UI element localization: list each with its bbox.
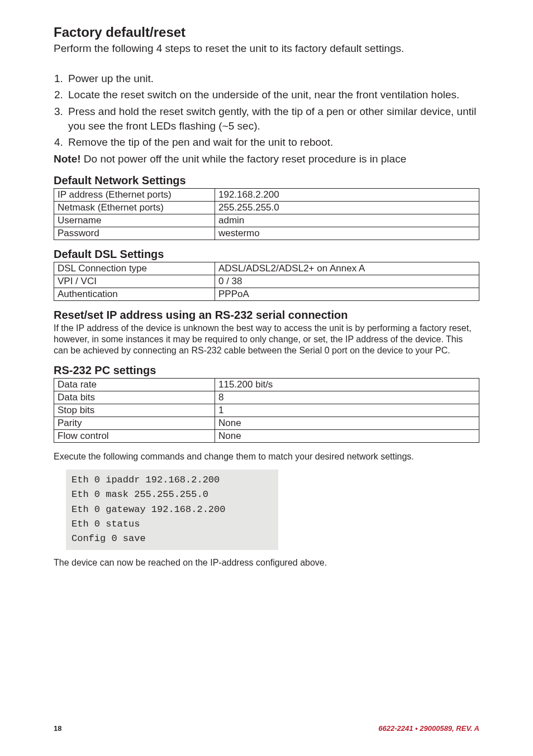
rs232-heading: RS-232 PC settings [54, 364, 479, 377]
note-line: Note! Do not power off the unit while th… [54, 153, 479, 165]
cell-value: 0 / 38 [215, 275, 479, 288]
step-item: Power up the unit. [66, 71, 479, 86]
table-row: Stop bits 1 [54, 404, 479, 417]
table-row: Authentication PPPoA [54, 288, 479, 300]
cell-value: admin [215, 214, 479, 227]
step-item: Locate the reset switch on the underside… [66, 88, 479, 102]
default-dsl-table: DSL Connection type ADSL/ADSL2/ADSL2+ on… [54, 262, 479, 301]
page-footer: 18 6622-2241 • 29000589, REV. A [54, 724, 479, 733]
cell-label: IP address (Ethernet ports) [54, 188, 215, 201]
step-item: Remove the tip of the pen and wait for t… [66, 135, 479, 150]
after-text: The device can now be reached on the IP-… [54, 558, 479, 568]
cell-value: None [215, 417, 479, 429]
cell-label: Username [54, 214, 215, 227]
cell-value: None [215, 429, 479, 442]
cell-value: 255.255.255.0 [215, 201, 479, 214]
cell-label: Netmask (Ethernet ports) [54, 201, 215, 214]
cell-label: Parity [54, 417, 215, 429]
cell-value: PPPoA [215, 288, 479, 300]
steps-list: Power up the unit. Locate the reset swit… [54, 71, 479, 150]
cell-label: Authentication [54, 288, 215, 300]
cell-value: westermo [215, 227, 479, 240]
default-network-heading: Default Network Settings [54, 174, 479, 187]
cell-label: VPI / VCI [54, 275, 215, 288]
cell-value: 8 [215, 391, 479, 404]
table-row: DSL Connection type ADSL/ADSL2/ADSL2+ on… [54, 262, 479, 275]
section-title: Factory default/reset [54, 25, 479, 40]
reset-ip-body: If the IP address of the device is unkno… [54, 323, 479, 356]
cell-label: Flow control [54, 429, 215, 442]
rs232-table: Data rate 115.200 bit/s Data bits 8 Stop… [54, 378, 479, 443]
step-item: Press and hold the reset switch gently, … [66, 104, 479, 133]
table-row: Username admin [54, 214, 479, 227]
table-row: Password westermo [54, 227, 479, 240]
cell-value: 115.200 bit/s [215, 378, 479, 391]
default-network-table: IP address (Ethernet ports) 192.168.2.20… [54, 188, 479, 240]
doc-reference: 6622-2241 • 29000589, REV. A [378, 724, 479, 733]
table-row: Parity None [54, 417, 479, 429]
reset-ip-heading: Reset/set IP address using an RS-232 ser… [54, 309, 479, 322]
cell-label: Data bits [54, 391, 215, 404]
cell-value: ADSL/ADSL2/ADSL2+ on Annex A [215, 262, 479, 275]
intro-text: Perform the following 4 steps to reset t… [54, 41, 479, 56]
code-block: Eth 0 ipaddr 192.168.2.200 Eth 0 mask 25… [66, 470, 278, 550]
cell-label: Stop bits [54, 404, 215, 417]
cell-value: 1 [215, 404, 479, 417]
table-row: VPI / VCI 0 / 38 [54, 275, 479, 288]
note-text: Do not power off the unit while the fact… [81, 153, 407, 165]
page-number: 18 [54, 724, 61, 733]
execute-text: Execute the following commands and chang… [54, 452, 479, 462]
default-dsl-heading: Default DSL Settings [54, 248, 479, 261]
table-row: Data rate 115.200 bit/s [54, 378, 479, 391]
cell-label: Data rate [54, 378, 215, 391]
note-label: Note! [54, 153, 81, 165]
table-row: Netmask (Ethernet ports) 255.255.255.0 [54, 201, 479, 214]
cell-value: 192.168.2.200 [215, 188, 479, 201]
table-row: Data bits 8 [54, 391, 479, 404]
cell-label: Password [54, 227, 215, 240]
table-row: Flow control None [54, 429, 479, 442]
cell-label: DSL Connection type [54, 262, 215, 275]
table-row: IP address (Ethernet ports) 192.168.2.20… [54, 188, 479, 201]
